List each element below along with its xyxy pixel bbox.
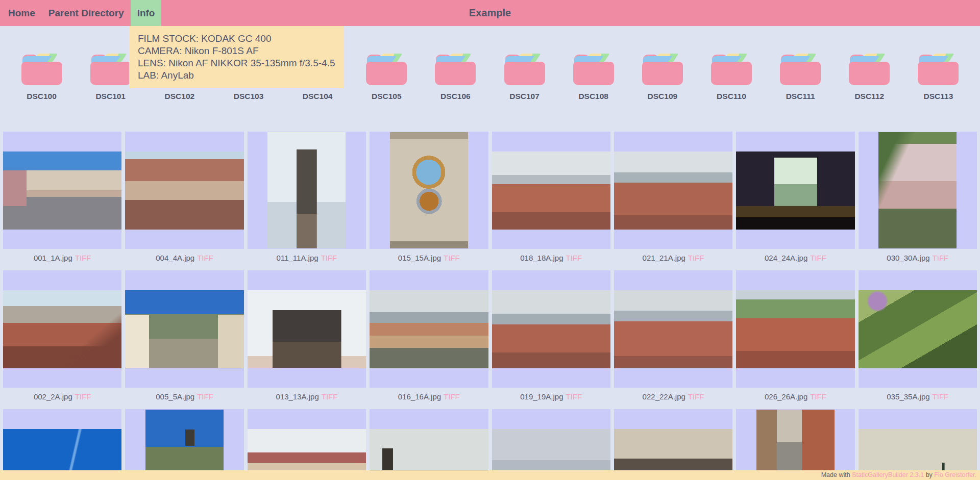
gallery-cell: 026_26A.jpgTIFF [736, 270, 854, 401]
footer-builder-link[interactable]: StaticGalleryBuilder 2.3.1 [852, 471, 924, 478]
photo-card[interactable] [370, 270, 488, 388]
photo-filename: 021_21A.jpg [643, 254, 685, 262]
photo-caption: 018_18A.jpgTIFF [492, 254, 610, 263]
photo-caption: 004_4A.jpgTIFF [125, 254, 243, 263]
photo-card[interactable] [492, 270, 610, 388]
tiff-link[interactable]: TIFF [933, 254, 949, 262]
photo-filename: 002_2A.jpg [34, 392, 72, 401]
photo-card[interactable] [125, 270, 243, 388]
photo-card[interactable] [3, 132, 121, 249]
photo-card[interactable] [859, 409, 977, 480]
gallery-cell [614, 409, 732, 480]
folder-dsc110[interactable]: DSC110 [697, 54, 766, 126]
photo-thumbnail [859, 290, 977, 368]
folder-label: DSC102 [165, 92, 195, 101]
photo-card[interactable] [614, 270, 732, 388]
tiff-link[interactable]: TIFF [688, 392, 704, 401]
photo-card[interactable] [492, 132, 610, 249]
tiff-link[interactable]: TIFF [566, 254, 582, 262]
tooltip-line-camera: CAMERA: Nikon F-801S AF [138, 45, 335, 57]
tiff-link[interactable]: TIFF [810, 254, 826, 262]
nav-item-parent-directory[interactable]: Parent Directory [42, 0, 131, 26]
tiff-link[interactable]: TIFF [444, 254, 460, 262]
footer-mid: by [926, 471, 933, 478]
photo-card[interactable] [125, 132, 243, 249]
folder-dsc113[interactable]: DSC113 [904, 54, 973, 126]
photo-caption: 013_13A.jpgTIFF [248, 392, 366, 401]
photo-thumbnail [370, 290, 488, 368]
photo-card[interactable] [859, 270, 977, 388]
photo-filename: 015_15A.jpg [398, 254, 441, 262]
photo-card[interactable] [859, 132, 977, 249]
gallery-cell [3, 409, 121, 480]
folder-dsc100[interactable]: DSC100 [7, 54, 76, 126]
folder-icon [366, 54, 407, 85]
folder-icon [21, 54, 62, 85]
gallery-cell: 021_21A.jpgTIFF [614, 132, 732, 263]
photo-caption: 019_19A.jpgTIFF [492, 392, 610, 401]
folder-dsc109[interactable]: DSC109 [628, 54, 697, 126]
photo-caption: 030_30A.jpgTIFF [859, 254, 977, 263]
photo-card[interactable] [492, 409, 610, 480]
tiff-link[interactable]: TIFF [321, 254, 337, 262]
folder-dsc107[interactable]: DSC107 [490, 54, 559, 126]
photo-card[interactable] [736, 132, 854, 249]
photo-card[interactable] [614, 132, 732, 249]
tiff-link[interactable]: TIFF [688, 254, 704, 262]
gallery-grid: 001_1A.jpgTIFF 004_4A.jpgTIFF 011_11A.jp… [0, 126, 980, 480]
folder-dsc111[interactable]: DSC111 [766, 54, 835, 126]
tooltip-line-film-stock: FILM STOCK: KODAK GC 400 [138, 33, 335, 45]
photo-card[interactable] [125, 409, 243, 480]
photo-thumbnail [125, 151, 243, 230]
gallery-cell [370, 409, 488, 480]
photo-caption: 005_5A.jpgTIFF [125, 392, 243, 401]
tiff-link[interactable]: TIFF [75, 254, 91, 262]
gallery-cell [859, 409, 977, 480]
folder-dsc106[interactable]: DSC106 [421, 54, 490, 126]
folder-label: DSC100 [27, 92, 57, 101]
tiff-link[interactable]: TIFF [566, 392, 582, 401]
photo-filename: 013_13A.jpg [276, 392, 318, 401]
footer-author-link[interactable]: Flo Greistorfer. [934, 471, 976, 478]
tiff-link[interactable]: TIFF [197, 392, 213, 401]
folder-dsc105[interactable]: DSC105 [352, 54, 421, 126]
photo-filename: 005_5A.jpg [156, 392, 194, 401]
tiff-link[interactable]: TIFF [933, 392, 949, 401]
photo-caption: 011_11A.jpgTIFF [248, 254, 366, 263]
photo-card[interactable] [248, 409, 366, 480]
photo-caption: 026_26A.jpgTIFF [736, 392, 854, 401]
photo-card[interactable] [3, 270, 121, 388]
photo-card[interactable] [248, 132, 366, 249]
tiff-link[interactable]: TIFF [75, 392, 91, 401]
tooltip-line-lab: LAB: AnyLab [138, 69, 335, 82]
photo-card[interactable] [736, 270, 854, 388]
tiff-link[interactable]: TIFF [810, 392, 826, 401]
photo-card[interactable] [614, 409, 732, 480]
tiff-link[interactable]: TIFF [444, 392, 460, 401]
photo-card[interactable] [3, 409, 121, 480]
photo-caption: 001_1A.jpgTIFF [3, 254, 121, 263]
folder-label: DSC111 [786, 92, 815, 101]
photo-filename: 019_19A.jpg [520, 392, 563, 401]
folder-dsc108[interactable]: DSC108 [559, 54, 628, 126]
folder-icon [435, 54, 476, 85]
photo-card[interactable] [736, 409, 854, 480]
photo-card[interactable] [370, 409, 488, 480]
nav-item-info[interactable]: Info [131, 0, 162, 26]
photo-card[interactable] [248, 270, 366, 388]
photo-thumbnail [145, 410, 224, 480]
photo-filename: 030_30A.jpg [887, 254, 929, 262]
tiff-link[interactable]: TIFF [322, 392, 338, 401]
photo-card[interactable] [370, 132, 488, 249]
gallery-cell: 024_24A.jpgTIFF [736, 132, 854, 263]
nav-item-home[interactable]: Home [2, 0, 42, 26]
folder-icon [780, 54, 821, 85]
folder-label: DSC106 [440, 92, 471, 101]
photo-filename: 018_18A.jpg [520, 254, 563, 262]
folder-dsc112[interactable]: DSC112 [835, 54, 904, 126]
photo-caption: 015_15A.jpgTIFF [370, 254, 488, 263]
tiff-link[interactable]: TIFF [197, 254, 213, 262]
photo-filename: 035_35A.jpg [887, 392, 929, 401]
photo-thumbnail [492, 151, 610, 230]
page-title: Example [469, 0, 511, 26]
